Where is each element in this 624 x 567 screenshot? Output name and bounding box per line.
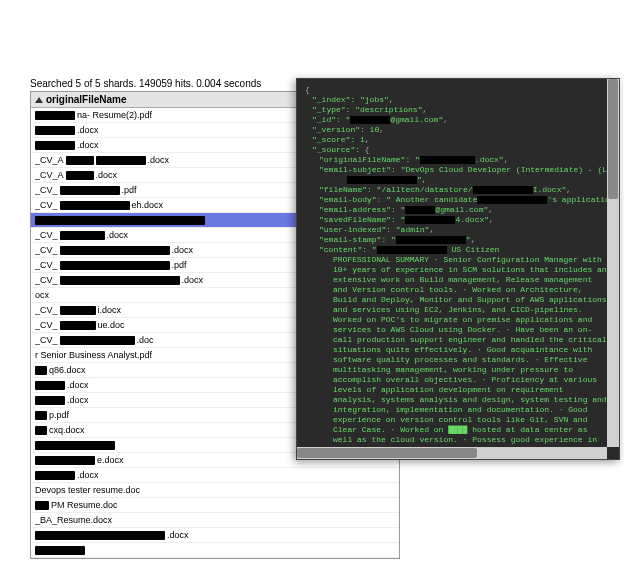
table-row[interactable]: PM Resume.doc (31, 498, 399, 513)
cell-filename: q86.docx (35, 365, 325, 375)
cell-filename: _CV_A.docx (35, 155, 325, 165)
cell-filename: .docx (35, 470, 325, 480)
table-row[interactable]: .docx (31, 468, 399, 483)
cell-filename: e.docx (35, 455, 325, 465)
cell-filename: _CV_.docx (35, 230, 325, 240)
cell-filename: PM Resume.doc (35, 500, 325, 510)
cell-filename (35, 216, 325, 225)
json-detail-panel: {"_index": "jobs","_type": "descriptions… (296, 78, 620, 460)
cell-filename: .docx (35, 395, 325, 405)
table-row[interactable] (31, 543, 399, 558)
sort-asc-icon (35, 97, 43, 103)
json-scrollbar-vertical[interactable] (607, 79, 619, 447)
json-scrollbar-horizontal[interactable] (297, 447, 607, 459)
cell-filename: _CV_.pdf (35, 185, 325, 195)
table-row[interactable]: .docx (31, 528, 399, 543)
cell-filename: _CV_.pdf (35, 260, 325, 270)
cell-filename: .docx (35, 530, 325, 540)
cell-filename: _CV_eh.docx (35, 200, 325, 210)
cell-filename: na- Resume(2).pdf (35, 110, 325, 120)
cell-filename: _CV_.doc (35, 335, 325, 345)
cell-filename: _BA_Resume.docx (35, 515, 325, 525)
cell-filename: _CV_.docx (35, 275, 325, 285)
table-row[interactable]: _BA_Resume.docx (31, 513, 399, 528)
cell-filename: r Senior Business Analyst.pdf (35, 350, 325, 360)
table-row[interactable]: Devops tester resume.doc (31, 483, 399, 498)
scrollbar-thumb[interactable] (297, 448, 477, 458)
cell-filename: _CV_ue.doc (35, 320, 325, 330)
col-header-file[interactable]: originalFileName (31, 92, 329, 107)
cell-filename: _CV_.docx (35, 245, 325, 255)
col-header-file-label: originalFileName (46, 94, 127, 105)
cell-filename: .docx (35, 140, 325, 150)
scrollbar-thumb[interactable] (608, 79, 618, 199)
cell-filename: _CV_i.docx (35, 305, 325, 315)
cell-filename: _CV_A.docx (35, 170, 325, 180)
cell-filename: .docx (35, 380, 325, 390)
search-status: Searched 5 of 5 shards. 149059 hits. 0.0… (30, 78, 261, 89)
cell-filename (35, 441, 325, 450)
cell-filename: .docx (35, 125, 325, 135)
cell-filename: ocx (35, 290, 325, 300)
cell-filename: p.pdf (35, 410, 325, 420)
cell-filename: cxq.docx (35, 425, 325, 435)
cell-filename (35, 546, 325, 555)
cell-filename: Devops tester resume.doc (35, 485, 325, 495)
